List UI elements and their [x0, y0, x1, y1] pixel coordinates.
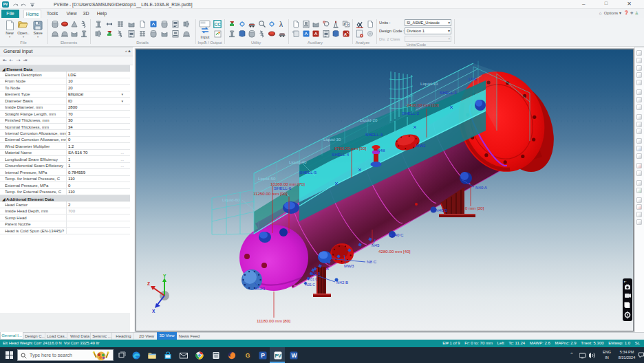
svg-text:Liquid-10: Liquid-10	[420, 81, 438, 86]
svg-text:SHELL-6: SHELL-6	[274, 186, 292, 190]
svg-text:8780.00 mm [50]: 8780.00 mm [50]	[334, 146, 367, 151]
svg-text:Liquid-60: Liquid-60	[222, 197, 240, 202]
svg-text:0 mm [20]: 0 mm [20]	[465, 206, 484, 210]
svg-text:Liquid-50: Liquid-50	[258, 176, 276, 181]
svg-text:SHELL-4: SHELL-4	[332, 152, 350, 157]
svg-text:N40 A: N40 A	[475, 185, 488, 190]
svg-text:SHELL-2: SHELL-2	[402, 111, 420, 116]
svg-text:SHELL-5: SHELL-5	[299, 170, 317, 175]
svg-text:N31 C: N31 C	[308, 278, 318, 281]
svg-text:λ: λ	[279, 21, 283, 28]
svg-text:Liquid-30: Liquid-30	[323, 137, 341, 142]
svg-text:N31 B: N31 B	[311, 272, 320, 276]
svg-text:Z: Z	[147, 281, 150, 286]
svg-text:▸·: ▸·	[624, 280, 627, 283]
svg-text:N40 C: N40 C	[391, 232, 404, 237]
svg-text:11180.00 mm [80]: 11180.00 mm [80]	[257, 318, 290, 323]
svg-text:Liquid-40: Liquid-40	[289, 160, 307, 164]
svg-text:G: G	[246, 352, 250, 359]
svg-text:Y: Y	[163, 274, 167, 278]
svg-text:CC: CC	[215, 22, 222, 27]
svg-text:W: W	[291, 352, 297, 359]
svg-text:PV: PV	[275, 353, 281, 358]
svg-text:11250.00 mm [90]: 11250.00 mm [90]	[253, 191, 288, 196]
svg-text:SHELL-3: SHELL-3	[365, 132, 383, 137]
svg-text:A: A	[344, 32, 347, 36]
svg-text:N45: N45	[372, 243, 380, 248]
svg-text:X: X	[152, 309, 155, 314]
svg-text:2420.00 mm [10]: 2420.00 mm [10]	[407, 102, 439, 107]
svg-text:文: 文	[346, 23, 350, 27]
svg-text:MW1: MW1	[255, 286, 266, 291]
svg-text:N31 C: N31 C	[305, 283, 315, 287]
svg-text:SHELL-1: SHELL-1	[440, 90, 458, 95]
svg-text:LDE: LDE	[469, 76, 477, 81]
svg-text:P: P	[261, 352, 265, 359]
svg-text:MW2: MW2	[416, 143, 426, 148]
svg-text:N48: N48	[377, 148, 385, 153]
svg-text:4280.00 mm [40]: 4280.00 mm [40]	[378, 249, 411, 254]
svg-text:MW3: MW3	[344, 263, 354, 268]
svg-text:N8 C: N8 C	[367, 259, 377, 264]
svg-text:N42 B: N42 B	[336, 280, 348, 285]
svg-text:Liquid-20: Liquid-20	[360, 118, 378, 122]
svg-text:N40 B: N40 B	[436, 208, 447, 212]
